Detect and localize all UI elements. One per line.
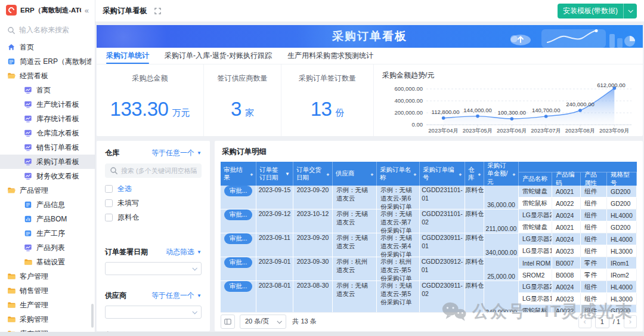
warehouse-option[interactable]: 全选 xyxy=(105,181,202,196)
folder-icon xyxy=(7,272,16,280)
table-row[interactable]: 审批...2023-09-012023-09-30示例：杭州道友云示例：杭州道友… xyxy=(221,257,637,281)
approve-button[interactable]: 审批... xyxy=(224,257,253,268)
bom-icon xyxy=(24,215,32,223)
column-header[interactable]: 订单交货日期◆ xyxy=(293,162,333,186)
tab-item[interactable]: 采购订单-入库-退货-对账执行跟踪 xyxy=(165,48,272,64)
current-page-input[interactable]: 1 xyxy=(595,315,609,328)
sidebar-item[interactable]: 首页 xyxy=(0,83,95,97)
sidebar-item[interactable]: 产品BOM xyxy=(0,212,95,226)
sidebar-item[interactable]: 首页 xyxy=(0,40,95,54)
sidebar-item[interactable]: 仓库流水看板 xyxy=(0,126,95,140)
table-body: 审批...2023-09-152023-09-20示例：无锡道友云示例：无锡道友… xyxy=(221,186,637,312)
chevron-down-icon[interactable] xyxy=(623,4,637,19)
stat-unit: 份 xyxy=(335,107,344,119)
next-page-button[interactable]: › xyxy=(624,315,637,328)
chart-title: 采购金额趋势/元 xyxy=(382,70,637,81)
product-column-header[interactable]: 产品编码 xyxy=(552,172,581,186)
sidebar-item[interactable]: 生产工序 xyxy=(0,226,95,241)
sort-icon[interactable]: ◆ xyxy=(459,172,462,176)
warehouse-option[interactable]: 原料仓 xyxy=(105,210,202,224)
sidebar-scrollbar[interactable] xyxy=(91,304,94,328)
filter-supplier-operator[interactable]: 等于任意一个▼ xyxy=(151,291,202,301)
order-cell: CGDD230911-01 xyxy=(420,233,465,257)
warehouse-search-input[interactable]: 搜索 (多个关键词用空格隔开) xyxy=(105,164,202,178)
sort-icon[interactable]: ◆ xyxy=(250,172,253,176)
sidebar-item-label: 财务收支看板 xyxy=(36,171,79,181)
column-header[interactable]: 供应商◆ xyxy=(333,162,377,186)
sidebar-item[interactable]: 简道云 ERP（离散制造-ATO）「... xyxy=(0,54,95,69)
sidebar-item[interactable]: 产品列表 xyxy=(0,241,95,255)
sort-icon[interactable]: ◆ xyxy=(326,172,329,176)
column-header[interactable]: 仓库◆ xyxy=(465,162,484,186)
install-template-label: 安装模板(带数据) xyxy=(558,6,623,16)
approve-button[interactable]: 审批... xyxy=(224,186,253,196)
table-row[interactable]: 审批...2023-08-012023-08-30示例：无锡道友云示例：无锡道友… xyxy=(221,281,637,312)
sort-icon[interactable]: ◆ xyxy=(512,172,515,176)
page-size-select[interactable]: 20 条/页 xyxy=(240,315,286,329)
sort-icon[interactable]: ◆ xyxy=(413,172,416,176)
sort-icon[interactable]: ▼ xyxy=(285,171,290,177)
column-header[interactable]: 采购订单金额/元◆ xyxy=(484,162,519,186)
product-column-header[interactable]: 产品属性 xyxy=(581,172,607,186)
sidebar-item-label: 生产工序 xyxy=(36,229,65,239)
sidebar-item[interactable]: 客户管理 xyxy=(0,269,95,283)
sort-icon[interactable]: ◆ xyxy=(478,172,481,176)
filter-warehouse-operator[interactable]: 等于任意一个▼ xyxy=(151,148,202,158)
checkbox[interactable] xyxy=(105,199,113,207)
checkbox[interactable] xyxy=(105,185,113,193)
sidebar-item[interactable]: 生产统计看板 xyxy=(0,97,95,112)
table-layout-icon[interactable] xyxy=(221,315,235,329)
tab-item[interactable]: 生产用料采购需求预测统计 xyxy=(287,48,373,64)
sidebar-item[interactable]: 采购订单看板 xyxy=(0,155,95,169)
sidebar-item[interactable]: 基础设置 xyxy=(0,255,95,269)
sidebar-item-label: 首页 xyxy=(20,42,34,53)
main-area: 采购订单看板 安装模板(带数据) xyxy=(95,0,644,336)
approve-button[interactable]: 审批... xyxy=(224,209,253,220)
install-template-button[interactable]: 安装模板(带数据) xyxy=(558,4,637,19)
app-title: ERP（离散制造-ATO） xyxy=(20,6,81,15)
product-cell: Intel ROM xyxy=(519,257,552,269)
column-header[interactable]: 采购订单名称◆ xyxy=(377,162,420,186)
order-cell: 原料仓 xyxy=(465,209,484,233)
sidebar-item[interactable]: 产品管理 xyxy=(0,183,95,198)
approve-button[interactable]: 审批... xyxy=(224,233,253,244)
approve-button[interactable]: 审批... xyxy=(224,281,253,292)
product-column-header[interactable]: 产品名称 xyxy=(519,172,552,186)
form-icon xyxy=(24,201,32,209)
prev-page-button[interactable]: ‹ xyxy=(578,315,592,328)
fullscreen-icon[interactable] xyxy=(154,8,161,14)
stat-unit: 家 xyxy=(245,107,254,119)
table-row[interactable]: 审批...2023-09-112023-09-20示例：无锡道友云示例：无锡道友… xyxy=(221,233,637,257)
product-cell: GD200 xyxy=(607,221,637,233)
sidebar-item[interactable]: 采购管理 xyxy=(0,312,95,326)
sort-icon[interactable]: ◆ xyxy=(370,172,373,176)
product-cell: GD200 xyxy=(607,186,637,198)
sidebar-nav: 首页简道云 ERP（离散制造-ATO）「...经营看板首页生产统计看板库存统计看… xyxy=(0,39,95,336)
sidebar-item[interactable]: 财务收支看板 xyxy=(0,169,95,183)
sidebar-item[interactable]: 产品信息 xyxy=(0,198,95,212)
checkbox[interactable] xyxy=(105,214,113,221)
trend-chart: 600,000.00400,000.00200,000.000.002023年0… xyxy=(382,82,637,137)
sidebar-search-input[interactable]: 输入名称来搜索 xyxy=(0,20,95,39)
product-cell: A0024 xyxy=(552,233,581,245)
amount-cell: 36,000.00 xyxy=(484,186,519,209)
sidebar-item[interactable]: 库存统计看板 xyxy=(0,112,95,126)
warehouse-option[interactable]: 未填写 xyxy=(105,196,202,210)
product-cell: HL4000 xyxy=(607,281,637,293)
filter-sign-date-operator[interactable]: 动态筛选▼ xyxy=(166,247,202,257)
stat-value: 13份 xyxy=(311,98,345,121)
sidebar-item[interactable]: 销售订单看板 xyxy=(0,140,95,155)
sidebar-item[interactable]: 经营看板 xyxy=(0,69,95,83)
table-row[interactable]: 审批...2023-09-152023-09-20示例：无锡道友云示例：无锡道友… xyxy=(221,186,637,209)
column-header[interactable]: 订单签订日期▼ xyxy=(256,162,293,186)
sidebar-item[interactable]: 生产管理 xyxy=(0,298,95,312)
supplier-select[interactable] xyxy=(105,306,202,319)
sign-date-select[interactable] xyxy=(105,262,202,275)
collapse-sidebar-icon[interactable]: « xyxy=(85,6,89,15)
column-header[interactable]: 审批结果◆ xyxy=(221,162,256,186)
table-row[interactable]: 审批...2023-09-122023-10-12示例：无锡道友云示例：无锡道友… xyxy=(221,209,637,233)
column-header[interactable]: 采购订单编号◆ xyxy=(420,162,465,186)
sidebar-item[interactable]: 销售管理 xyxy=(0,283,95,298)
product-column-header[interactable]: 规格型号 xyxy=(607,172,637,186)
tab-active[interactable]: 采购订单统计 xyxy=(106,48,149,64)
